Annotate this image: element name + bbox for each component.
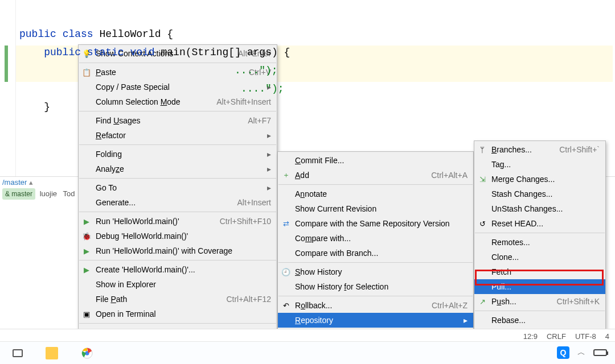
menu-run[interactable]: ▶Run 'HelloWorld.main()'Ctrl+Shift+F10 xyxy=(79,214,277,229)
chevron-right-icon: ▸ xyxy=(456,316,468,325)
menu-pull[interactable]: Pull... xyxy=(474,279,605,294)
branch-tag[interactable]: & master xyxy=(2,188,35,200)
menu-show-history-selection[interactable]: Show History for Selection xyxy=(278,279,473,294)
reset-icon: ↺ xyxy=(478,219,487,228)
menu-analyze[interactable]: Analyze▸ xyxy=(79,162,277,176)
battery-icon[interactable] xyxy=(593,349,607,356)
menu-compare-with[interactable]: Compare with... xyxy=(278,231,473,246)
menu-refactor[interactable]: Refactor▸ xyxy=(79,128,277,143)
coverage-icon: ▶ xyxy=(82,246,91,255)
menu-open-terminal[interactable]: ▣Open in Terminal xyxy=(79,307,277,321)
menu-debug[interactable]: 🐞Debug 'HelloWorld.main()' xyxy=(79,229,277,243)
create-run-icon: ▶ xyxy=(82,265,91,274)
separator xyxy=(475,233,605,233)
menu-clone[interactable]: Clone... xyxy=(474,250,605,264)
status-position[interactable]: 12:9 xyxy=(523,332,538,341)
chevron-right-icon: ▸ xyxy=(259,150,271,159)
menu-add[interactable]: ＋AddCtrl+Alt+A xyxy=(278,168,473,183)
branch-label[interactable]: /master xyxy=(2,178,29,187)
debug-icon: 🐞 xyxy=(82,231,91,241)
branches-icon: ᛘ xyxy=(478,145,487,154)
menu-rebase[interactable]: Rebase... xyxy=(474,313,605,328)
history-icon: 🕘 xyxy=(281,267,290,276)
menu-show-explorer[interactable]: Show in Explorer xyxy=(79,277,277,292)
menu-push[interactable]: ↗Push...Ctrl+Shift+K xyxy=(474,294,605,309)
separator xyxy=(79,144,276,145)
menu-run-coverage[interactable]: ▶Run 'HelloWorld.main()' with Coverage xyxy=(79,243,277,258)
separator xyxy=(278,262,473,263)
status-eol[interactable]: CRLF xyxy=(547,332,566,341)
menu-reset-head[interactable]: ↺Reset HEAD... xyxy=(474,216,605,231)
menu-compare-branch[interactable]: Compare with Branch... xyxy=(278,246,473,260)
menu-merge[interactable]: ⇲Merge Changes... xyxy=(474,172,605,187)
explorer-icon[interactable] xyxy=(46,347,58,359)
separator xyxy=(79,178,276,179)
repository-submenu[interactable]: ᛘBranches...Ctrl+Shift+` Tag... ⇲Merge C… xyxy=(474,140,606,329)
status-indent[interactable]: 4 xyxy=(605,332,609,341)
menu-show-current-revision[interactable]: Show Current Revision xyxy=(278,201,473,216)
separator xyxy=(475,311,605,311)
author-label: luojie xyxy=(40,189,57,198)
taskbar: Q ︿ xyxy=(0,341,615,364)
menu-branches[interactable]: ᛘBranches...Ctrl+Shift+` xyxy=(474,142,605,157)
merge-icon: ⇲ xyxy=(478,175,487,184)
menu-remotes[interactable]: Remotes... xyxy=(474,235,605,250)
menu-generate[interactable]: Generate...Alt+Insert xyxy=(79,195,277,210)
menu-file-path[interactable]: File PathCtrl+Alt+F12 xyxy=(79,292,277,307)
rollback-icon: ↶ xyxy=(281,301,290,310)
menu-folding[interactable]: Folding▸ xyxy=(79,147,277,162)
status-encoding[interactable]: UTF-8 xyxy=(575,332,596,341)
tray-chevron-icon[interactable]: ︿ xyxy=(577,348,585,358)
separator xyxy=(278,184,473,185)
menu-goto[interactable]: Go To▸ xyxy=(79,180,277,195)
chrome-icon[interactable] xyxy=(81,347,93,359)
menu-commit-file[interactable]: Commit File... xyxy=(278,153,473,168)
menu-annotate[interactable]: Annotate xyxy=(278,187,473,201)
menu-rollback[interactable]: ↶Rollback...Ctrl+Alt+Z xyxy=(278,298,473,313)
date-label: Tod xyxy=(63,189,75,198)
menu-tag[interactable]: Tag... xyxy=(474,157,605,172)
task-view-icon[interactable] xyxy=(13,349,23,357)
chevron-right-icon: ▸ xyxy=(259,183,271,192)
separator xyxy=(79,260,276,260)
menu-show-history[interactable]: 🕘Show History xyxy=(278,264,473,279)
menu-compare-same-repo[interactable]: ⇄Compare with the Same Repository Versio… xyxy=(278,216,473,231)
separator xyxy=(278,296,473,296)
chevron-right-icon: ▸ xyxy=(259,131,271,140)
menu-fetch[interactable]: Fetch xyxy=(474,264,605,279)
push-icon: ↗ xyxy=(478,297,487,306)
tray-q-icon[interactable]: Q xyxy=(557,346,569,359)
code-content: public class HelloWorld { public static … xyxy=(0,0,615,116)
menu-repository[interactable]: Repository▸ xyxy=(278,313,473,328)
run-icon: ▶ xyxy=(82,217,91,226)
compare-icon: ⇄ xyxy=(281,219,290,228)
separator xyxy=(79,323,276,324)
chevron-right-icon: ▸ xyxy=(259,164,271,173)
menu-unstash[interactable]: UnStash Changes... xyxy=(474,201,605,216)
menu-stash[interactable]: Stash Changes... xyxy=(474,187,605,201)
menu-create-run[interactable]: ▶Create 'HelloWorld.main()'... xyxy=(79,262,277,277)
plus-icon: ＋ xyxy=(281,171,290,180)
terminal-icon: ▣ xyxy=(82,309,91,318)
separator xyxy=(79,212,276,212)
git-submenu[interactable]: Commit File... ＋AddCtrl+Alt+A Annotate S… xyxy=(277,151,474,344)
